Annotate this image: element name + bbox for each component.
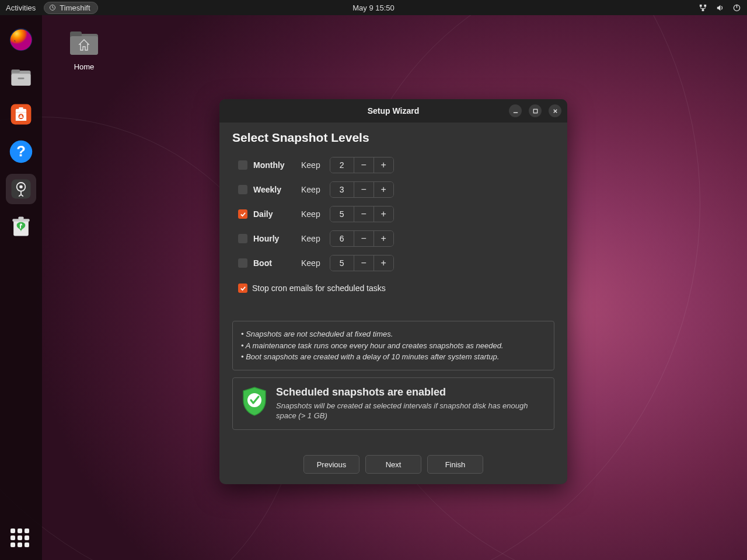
daily-increment[interactable]: + xyxy=(374,206,393,222)
shield-check-icon xyxy=(241,386,268,416)
close-button[interactable] xyxy=(549,104,561,117)
daily-spinner: 5 − + xyxy=(330,206,394,222)
svg-rect-2 xyxy=(704,4,706,6)
hourly-checkbox[interactable] xyxy=(238,234,247,243)
level-row-hourly: Hourly Keep 6 − + xyxy=(238,226,554,251)
daily-value[interactable]: 5 xyxy=(330,206,354,222)
status-title: Scheduled snapshots are enabled xyxy=(276,386,546,398)
dock-timeshift[interactable] xyxy=(6,174,36,204)
close-icon xyxy=(552,108,558,114)
svg-point-20 xyxy=(19,186,23,189)
svg-rect-1 xyxy=(700,4,702,6)
previous-button[interactable]: Previous xyxy=(303,455,359,474)
topbar-app-name: Timeshift xyxy=(60,4,90,12)
monthly-spinner: 2 − + xyxy=(330,157,394,173)
weekly-increment[interactable]: + xyxy=(374,182,393,197)
level-row-weekly: Weekly Keep 3 − + xyxy=(238,177,554,202)
svg-rect-26 xyxy=(70,36,98,55)
level-row-monthly: Monthly Keep 2 − + xyxy=(238,153,554,177)
stop-cron-label: Stop cron emails for scheduled tasks xyxy=(252,284,386,293)
monthly-increment[interactable]: + xyxy=(374,158,393,173)
topbar-clock[interactable]: May 9 15:50 xyxy=(352,4,395,12)
hourly-value[interactable]: 6 xyxy=(330,231,354,246)
activities-button[interactable]: Activities xyxy=(6,4,36,12)
info-line: • A maintenance task runs once every hou… xyxy=(241,340,546,352)
weekly-label: Weekly xyxy=(253,185,295,194)
weekly-decrement[interactable]: − xyxy=(354,182,374,197)
boot-label: Boot xyxy=(253,258,295,268)
show-applications[interactable] xyxy=(11,528,32,550)
snapshot-levels: Monthly Keep 2 − + Weekly Keep 3 − + xyxy=(238,153,554,275)
weekly-checkbox[interactable] xyxy=(238,185,247,194)
monthly-checkbox[interactable] xyxy=(238,160,247,170)
boot-increment[interactable]: + xyxy=(374,256,393,271)
desktop-home-folder[interactable]: Home xyxy=(61,28,107,71)
hourly-label: Hourly xyxy=(253,234,295,243)
minimize-button[interactable] xyxy=(509,104,522,117)
check-icon xyxy=(240,211,246,218)
titlebar[interactable]: Setup Wizard xyxy=(219,99,567,123)
svg-rect-9 xyxy=(12,74,31,86)
check-icon xyxy=(240,285,246,292)
dock-trash[interactable] xyxy=(6,211,36,242)
maximize-button[interactable] xyxy=(529,104,542,117)
daily-label: Daily xyxy=(253,209,295,219)
topbar-app-indicator[interactable]: Timeshift xyxy=(44,2,97,14)
svg-rect-27 xyxy=(513,112,517,113)
timeshift-icon xyxy=(49,4,56,11)
help-icon: ? xyxy=(8,139,34,164)
hourly-increment[interactable]: + xyxy=(374,231,393,246)
desktop-icon-label: Home xyxy=(61,62,107,71)
info-line: • Boot snapshots are created with a dela… xyxy=(241,351,546,363)
minimize-icon xyxy=(512,108,519,114)
svg-text:?: ? xyxy=(16,143,26,159)
power-icon[interactable] xyxy=(732,4,741,12)
dock: ? xyxy=(0,15,42,560)
status-description: Snapshots will be created at selected in… xyxy=(276,401,546,421)
dock-help[interactable]: ? xyxy=(6,136,36,167)
monthly-decrement[interactable]: − xyxy=(354,158,374,173)
hourly-spinner: 6 − + xyxy=(330,230,394,247)
monthly-label: Monthly xyxy=(253,160,295,170)
top-bar: Activities Timeshift May 9 15:50 xyxy=(0,0,747,15)
finish-button[interactable]: Finish xyxy=(427,455,483,474)
folder-icon xyxy=(68,28,100,57)
svg-rect-10 xyxy=(18,78,25,79)
keep-label: Keep xyxy=(301,209,320,219)
keep-label: Keep xyxy=(301,258,320,268)
hourly-decrement[interactable]: − xyxy=(354,231,374,246)
volume-icon[interactable] xyxy=(715,4,724,12)
svg-rect-15 xyxy=(19,117,23,118)
software-icon xyxy=(8,102,34,127)
dock-software[interactable] xyxy=(6,99,36,130)
files-icon xyxy=(8,64,34,90)
network-icon[interactable] xyxy=(699,4,707,12)
level-row-daily: Daily Keep 5 − + xyxy=(238,202,554,226)
keep-label: Keep xyxy=(301,160,320,170)
svg-point-29 xyxy=(247,393,261,407)
boot-checkbox[interactable] xyxy=(238,258,247,268)
timeshift-app-icon xyxy=(8,176,34,202)
next-button[interactable]: Next xyxy=(365,455,421,474)
dock-files[interactable] xyxy=(6,62,36,92)
boot-value[interactable]: 5 xyxy=(330,256,354,271)
daily-decrement[interactable]: − xyxy=(354,206,374,222)
weekly-value[interactable]: 3 xyxy=(330,182,354,197)
stop-cron-checkbox[interactable] xyxy=(238,284,247,293)
svg-rect-8 xyxy=(12,69,20,73)
maximize-icon xyxy=(532,108,539,114)
svg-rect-28 xyxy=(533,109,537,113)
boot-spinner: 5 − + xyxy=(330,255,394,271)
firefox-icon xyxy=(8,27,34,52)
level-row-boot: Boot Keep 5 − + xyxy=(238,251,554,275)
keep-label: Keep xyxy=(301,185,320,194)
monthly-value[interactable]: 2 xyxy=(330,158,354,173)
boot-decrement[interactable]: − xyxy=(354,256,374,271)
daily-checkbox[interactable] xyxy=(238,209,247,219)
dock-firefox[interactable] xyxy=(6,24,36,55)
info-box: • Snapshots are not scheduled at fixed t… xyxy=(232,321,554,370)
svg-rect-23 xyxy=(18,217,23,220)
info-line: • Snapshots are not scheduled at fixed t… xyxy=(241,328,546,340)
setup-wizard-window: Setup Wizard Select Snapshot Levels Mont… xyxy=(219,99,567,484)
keep-label: Keep xyxy=(301,234,320,243)
